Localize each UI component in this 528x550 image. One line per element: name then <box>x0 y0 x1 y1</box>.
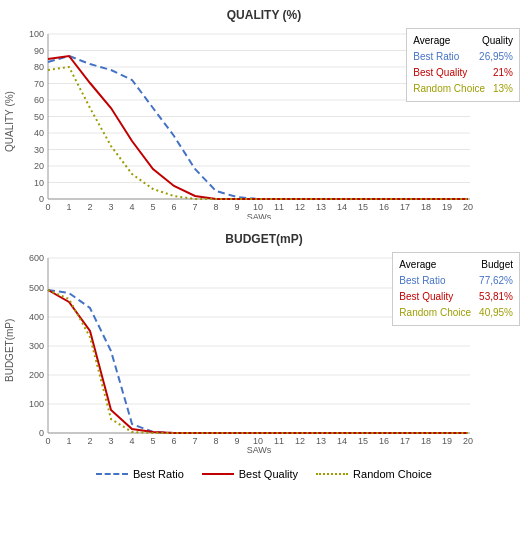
svg-text:17: 17 <box>400 436 410 446</box>
svg-text:SAWs: SAWs <box>247 445 272 453</box>
budget-chart-title: BUDGET(mP) <box>4 232 524 246</box>
svg-text:19: 19 <box>442 202 452 212</box>
svg-text:30: 30 <box>34 145 44 155</box>
svg-text:18: 18 <box>421 202 431 212</box>
svg-text:300: 300 <box>29 341 44 351</box>
bottom-legend-best-quality-label: Best Quality <box>239 468 298 480</box>
svg-text:12: 12 <box>295 202 305 212</box>
svg-text:5: 5 <box>150 202 155 212</box>
budget-legend-best-quality-value: 53,81% <box>479 289 513 305</box>
budget-legend: Average Budget Best Ratio 77,62% Best Qu… <box>392 252 520 326</box>
svg-text:0: 0 <box>39 428 44 438</box>
svg-text:7: 7 <box>192 436 197 446</box>
svg-text:4: 4 <box>129 202 134 212</box>
bottom-legend-random-choice: Random Choice <box>316 468 432 480</box>
bottom-legend-best-quality: Best Quality <box>202 468 298 480</box>
best-quality-line-sample <box>202 473 234 475</box>
svg-text:90: 90 <box>34 46 44 56</box>
budget-legend-random-value: 40,95% <box>479 305 513 321</box>
budget-legend-best-quality-label: Best Quality <box>399 289 453 305</box>
svg-text:100: 100 <box>29 29 44 39</box>
budget-legend-best-ratio-label: Best Ratio <box>399 273 445 289</box>
svg-text:15: 15 <box>358 436 368 446</box>
svg-text:50: 50 <box>34 112 44 122</box>
quality-y-label: QUALITY (%) <box>4 24 18 219</box>
quality-legend-col2-title: Quality <box>482 33 513 49</box>
svg-text:4: 4 <box>129 436 134 446</box>
svg-text:0: 0 <box>45 436 50 446</box>
svg-text:3: 3 <box>108 202 113 212</box>
budget-legend-row-3: Random Choice 40,95% <box>399 305 513 321</box>
svg-text:9: 9 <box>234 202 239 212</box>
bottom-legend: Best Ratio Best Quality Random Choice <box>96 468 432 480</box>
svg-text:0: 0 <box>39 194 44 204</box>
quality-legend-best-ratio-label: Best Ratio <box>413 49 459 65</box>
svg-text:13: 13 <box>316 436 326 446</box>
svg-text:14: 14 <box>337 436 347 446</box>
svg-text:80: 80 <box>34 62 44 72</box>
bottom-legend-random-choice-label: Random Choice <box>353 468 432 480</box>
svg-text:15: 15 <box>358 202 368 212</box>
svg-text:18: 18 <box>421 436 431 446</box>
budget-legend-row-2: Best Quality 53,81% <box>399 289 513 305</box>
svg-text:200: 200 <box>29 370 44 380</box>
quality-legend-row-3: Random Choice 13% <box>413 81 513 97</box>
best-ratio-line-sample <box>96 473 128 475</box>
quality-legend-best-quality-value: 21% <box>493 65 513 81</box>
quality-legend-row-2: Best Quality 21% <box>413 65 513 81</box>
svg-text:70: 70 <box>34 79 44 89</box>
budget-chart-section: BUDGET(mP) BUDGET(mP) <box>4 232 524 462</box>
best-ratio-quality-line <box>48 56 468 199</box>
svg-text:11: 11 <box>274 202 284 212</box>
random-choice-line-sample <box>316 473 348 475</box>
quality-chart-section: QUALITY (%) QUALITY (%) <box>4 8 524 228</box>
svg-text:1: 1 <box>66 202 71 212</box>
best-quality-quality-line <box>48 56 468 199</box>
svg-text:6: 6 <box>171 202 176 212</box>
svg-text:9: 9 <box>234 436 239 446</box>
budget-chart-canvas: 0 100 200 300 400 500 600 0 1 2 3 4 5 <box>20 248 524 453</box>
svg-text:60: 60 <box>34 95 44 105</box>
quality-legend-header: Average Quality <box>413 33 513 49</box>
svg-text:10: 10 <box>253 202 263 212</box>
svg-text:16: 16 <box>379 436 389 446</box>
quality-legend-row-1: Best Ratio 26,95% <box>413 49 513 65</box>
budget-y-label: BUDGET(mP) <box>4 248 18 453</box>
quality-chart-area: QUALITY (%) <box>4 24 524 219</box>
svg-text:1: 1 <box>66 436 71 446</box>
svg-text:100: 100 <box>29 399 44 409</box>
svg-text:20: 20 <box>463 202 473 212</box>
main-container: QUALITY (%) QUALITY (%) <box>0 0 528 550</box>
svg-text:0: 0 <box>45 202 50 212</box>
svg-text:6: 6 <box>171 436 176 446</box>
svg-text:2: 2 <box>87 202 92 212</box>
svg-text:13: 13 <box>316 202 326 212</box>
svg-text:400: 400 <box>29 312 44 322</box>
budget-chart-area: BUDGET(mP) <box>4 248 524 453</box>
budget-legend-random-label: Random Choice <box>399 305 471 321</box>
svg-text:10: 10 <box>34 178 44 188</box>
svg-text:19: 19 <box>442 436 452 446</box>
quality-chart-canvas: 0 10 20 30 40 50 60 70 80 90 100 0 1 <box>20 24 524 219</box>
svg-text:600: 600 <box>29 253 44 263</box>
svg-text:16: 16 <box>379 202 389 212</box>
svg-text:SAWs: SAWs <box>247 212 272 219</box>
svg-text:3: 3 <box>108 436 113 446</box>
bottom-legend-best-ratio: Best Ratio <box>96 468 184 480</box>
svg-text:500: 500 <box>29 283 44 293</box>
quality-legend-col1-title: Average <box>413 33 450 49</box>
budget-legend-best-ratio-value: 77,62% <box>479 273 513 289</box>
budget-legend-col2-title: Budget <box>481 257 513 273</box>
svg-text:14: 14 <box>337 202 347 212</box>
quality-chart-title: QUALITY (%) <box>4 8 524 22</box>
budget-legend-col1-title: Average <box>399 257 436 273</box>
svg-text:5: 5 <box>150 436 155 446</box>
quality-legend: Average Quality Best Ratio 26,95% Best Q… <box>406 28 520 102</box>
quality-legend-random-value: 13% <box>493 81 513 97</box>
svg-text:11: 11 <box>274 436 284 446</box>
bottom-legend-best-ratio-label: Best Ratio <box>133 468 184 480</box>
budget-legend-header: Average Budget <box>399 257 513 273</box>
svg-text:2: 2 <box>87 436 92 446</box>
quality-legend-best-quality-label: Best Quality <box>413 65 467 81</box>
quality-legend-random-label: Random Choice <box>413 81 485 97</box>
